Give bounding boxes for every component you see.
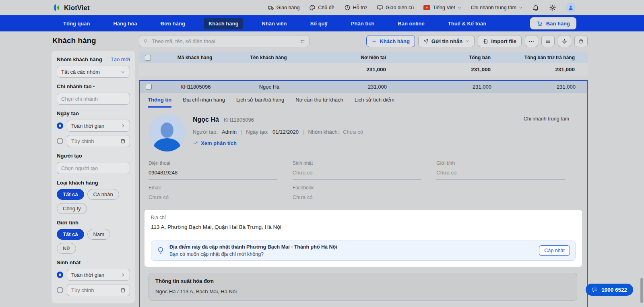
nav-item-ban-online[interactable]: Bán online bbox=[393, 18, 429, 29]
col-header-name[interactable]: Tên khách hàng bbox=[233, 55, 304, 60]
chevron-down-icon bbox=[458, 6, 461, 10]
columns-icon bbox=[545, 39, 551, 44]
gender-value[interactable]: Chưa có bbox=[436, 170, 565, 180]
person-icon bbox=[568, 5, 574, 10]
filter-created-date: Ngày tạo Toàn thời gian Tùy chỉnh bbox=[57, 110, 130, 147]
created-date-alltime-button[interactable]: Toàn thời gian bbox=[67, 120, 130, 132]
view-analytics-link[interactable]: Xem phân tích bbox=[193, 140, 363, 146]
tab-dia-chi-nhan-hang[interactable]: Địa chỉ nhận hàng bbox=[183, 93, 225, 108]
customer-name: Ngọc Hà bbox=[193, 116, 219, 123]
branch-selector[interactable]: Chi nhánh trung tâm bbox=[471, 5, 522, 10]
address-update-alert: Địa điểm này đã cập nhật thành Phường Bạ… bbox=[151, 241, 576, 261]
nav-item-don-hang[interactable]: Đơn hàng bbox=[156, 18, 190, 29]
table-row[interactable]: KH11805096 Ngọc Hà 231,000 231,000 231,0… bbox=[140, 81, 587, 93]
col-header-total[interactable]: Tổng bán bbox=[396, 55, 501, 60]
type-pill-personal[interactable]: Cá nhân bbox=[87, 189, 119, 200]
filter-customer-type: Loại khách hàng Tất cả Cá nhân Công ty bbox=[57, 180, 130, 214]
birthday-value[interactable]: Chưa có bbox=[293, 170, 421, 180]
row-checkbox[interactable] bbox=[146, 84, 152, 90]
kiotviet-logo-icon bbox=[52, 3, 61, 12]
nav-item-nhan-vien[interactable]: Nhân viên bbox=[257, 18, 291, 29]
created-date-alltime-radio[interactable] bbox=[57, 122, 63, 129]
branch-filter-label: Chi nhánh tạo bbox=[57, 83, 92, 89]
gender-pill-female[interactable]: Nữ bbox=[57, 243, 76, 254]
col-header-net[interactable]: Tổng bán trừ trả hàng bbox=[501, 55, 588, 60]
created-key: Ngày tạo: bbox=[246, 129, 268, 135]
birthday-alltime-radio[interactable] bbox=[57, 272, 63, 278]
language-label: Tiếng Việt bbox=[433, 5, 455, 10]
more-actions-button[interactable]: ··· bbox=[525, 35, 538, 47]
type-pill-company[interactable]: Công ty bbox=[57, 203, 87, 214]
create-group-link[interactable]: Tạo mới bbox=[111, 56, 130, 62]
avatar-head-shape bbox=[161, 122, 173, 138]
gender-pill-all[interactable]: Tất cả bbox=[57, 229, 84, 240]
bell-icon[interactable] bbox=[532, 4, 539, 11]
help-button[interactable] bbox=[574, 35, 588, 47]
search-icon bbox=[143, 39, 149, 44]
tab-thong-tin[interactable]: Thông tin bbox=[148, 93, 171, 108]
created-date-custom-radio[interactable] bbox=[57, 138, 63, 144]
facebook-value[interactable]: Chưa có bbox=[293, 194, 421, 204]
nav-item-thue-ke-toan[interactable]: Thuế & Kế toán bbox=[443, 18, 491, 29]
add-customer-button[interactable]: Khách hàng bbox=[366, 35, 415, 47]
user-avatar[interactable] bbox=[566, 3, 576, 12]
topbar-item-label: Hỗ trợ bbox=[353, 5, 367, 10]
monitor-icon bbox=[377, 4, 383, 11]
settings-button[interactable] bbox=[558, 35, 571, 47]
created-date-alltime-label: Toàn thời gian bbox=[71, 123, 104, 129]
gear-icon[interactable] bbox=[549, 4, 556, 11]
send-message-button[interactable]: Gửi tin nhắn bbox=[418, 35, 475, 47]
select-all-checkbox[interactable] bbox=[145, 55, 151, 61]
scrollbar-thumb[interactable] bbox=[640, 278, 643, 303]
group-label: Nhóm khách hàng bbox=[57, 56, 102, 62]
col-header-code[interactable]: Mã khách hàng bbox=[157, 55, 233, 60]
meta-separator: | bbox=[241, 129, 242, 135]
col-header-debt[interactable]: Nợ hiện tại bbox=[304, 55, 396, 60]
topbar-item-label: Giao hàng bbox=[277, 5, 300, 10]
nav-item-hang-hoa[interactable]: Hàng hóa bbox=[108, 18, 142, 29]
filter-sidebar: Khách hàng Nhóm khách hàng Tạo mới Tất c… bbox=[52, 35, 135, 303]
import-file-label: Import file bbox=[491, 38, 516, 44]
nav-item-phan-tich[interactable]: Phân tích bbox=[346, 18, 380, 29]
topbar-item-theme[interactable]: Chủ đề bbox=[309, 4, 334, 11]
filter-sliders-icon[interactable] bbox=[300, 39, 305, 44]
customer-avatar bbox=[149, 114, 186, 151]
gender-pill-male[interactable]: Nam bbox=[87, 229, 110, 240]
topbar-item-support[interactable]: Hỗ trợ bbox=[344, 4, 367, 11]
branch-input[interactable] bbox=[61, 96, 126, 102]
creator-input[interactable] bbox=[61, 165, 126, 171]
meta-separator: | bbox=[303, 129, 304, 135]
branch-input-wrap bbox=[57, 93, 130, 105]
tab-lich-su-tich-diem[interactable]: Lịch sử tích điểm bbox=[355, 93, 394, 108]
support-phone-button[interactable]: 1900 6522 bbox=[586, 284, 633, 296]
topbar-item-old-interface[interactable]: Giao diện cũ bbox=[377, 4, 414, 11]
send-icon bbox=[423, 39, 429, 44]
nav-item-tong-quan[interactable]: Tổng quan bbox=[58, 18, 95, 29]
birthday-custom-button[interactable]: Tùy chỉnh bbox=[67, 284, 130, 296]
update-address-button[interactable]: Cập nhật bbox=[539, 245, 570, 256]
search-input[interactable] bbox=[152, 38, 297, 44]
nav-item-khach-hang[interactable]: Khách hàng bbox=[204, 18, 243, 29]
group-select[interactable]: Tất cả các nhóm bbox=[57, 66, 130, 78]
address-value[interactable]: 113 A, Phường Bạch Mai, Quận Hai Bà Trưn… bbox=[151, 224, 576, 235]
filter-branch: Chi nhánh tạo • bbox=[57, 83, 130, 105]
phone-value[interactable]: 0904819248 bbox=[149, 170, 277, 180]
created-date-custom-button[interactable]: Tùy chỉnh bbox=[67, 135, 130, 147]
email-value[interactable]: Chưa có bbox=[149, 194, 277, 204]
tab-no-can-thu[interactable]: Nợ cần thu từ khách bbox=[295, 93, 343, 108]
nav-item-so-quy[interactable]: Sổ quỹ bbox=[305, 18, 332, 29]
birthday-label: Sinh nhật bbox=[293, 160, 421, 166]
topbar-item-delivery[interactable]: Giao hàng bbox=[268, 4, 300, 11]
group-select-value: Tất cả các nhóm bbox=[61, 69, 100, 75]
address-label: Địa chỉ bbox=[151, 215, 576, 220]
invoice-info-card: Thông tin xuất hóa đơn Ngọc Hà / 113 A, … bbox=[149, 273, 577, 301]
birthday-custom-radio[interactable] bbox=[57, 287, 63, 293]
birthday-alltime-button[interactable]: Toàn thời gian bbox=[67, 269, 130, 281]
language-selector[interactable]: ★ Tiếng Việt bbox=[423, 5, 461, 10]
sell-button[interactable]: Bán hàng bbox=[530, 17, 576, 29]
chevron-right-icon bbox=[120, 272, 126, 278]
type-pill-all[interactable]: Tất cả bbox=[57, 189, 84, 200]
import-file-button[interactable]: Import file bbox=[478, 35, 522, 47]
column-settings-button[interactable] bbox=[541, 35, 555, 47]
tab-lich-su-ban-tra[interactable]: Lịch sử bán/trả hàng bbox=[236, 93, 284, 108]
